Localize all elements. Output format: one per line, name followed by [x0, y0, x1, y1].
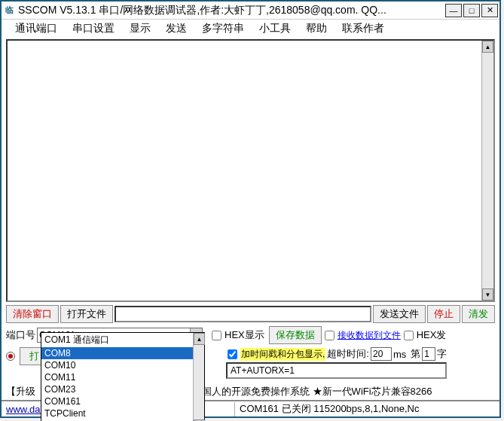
- titlebar: 临 SSCOM V5.13.1 串口/网络数据调试器,作者:大虾丁丁,26180…: [2, 2, 499, 20]
- timeout-input[interactable]: [371, 347, 392, 361]
- app-icon: 临: [3, 5, 15, 17]
- ms-label: ms: [393, 349, 406, 360]
- menu-contact[interactable]: 联系作者: [334, 20, 392, 37]
- banner-text: 中国人的开源免费操作系统 ★新一代WiFi芯片兼容8266: [192, 385, 432, 398]
- port-option-com1[interactable]: COM1 通信端口: [41, 333, 204, 347]
- send-file-button[interactable]: 发送文件: [373, 305, 426, 323]
- status-port: COM161 已关闭 115200bps,8,1,None,Nc: [235, 401, 499, 417]
- port-option-tcpclient[interactable]: TCPClient: [41, 407, 204, 419]
- timestamp-label: 加时间戳和分包显示,: [240, 348, 325, 361]
- receive-textarea[interactable]: ▲ ▼: [6, 39, 495, 302]
- send-textarea[interactable]: AT+AUTORX=1: [226, 362, 447, 379]
- dropdown-scroll-up-icon[interactable]: ▲: [194, 333, 205, 345]
- menu-send[interactable]: 发送: [158, 20, 194, 37]
- timeout-label: 超时时间:: [327, 347, 369, 361]
- port-option-com23[interactable]: COM23: [41, 383, 204, 395]
- menu-help[interactable]: 帮助: [298, 20, 334, 37]
- port-dropdown-list[interactable]: COM1 通信端口 COM8 COM10 COM11 COM23 COM161 …: [41, 332, 205, 421]
- port-option-com8[interactable]: COM8: [41, 347, 204, 359]
- close-button[interactable]: ✕: [481, 4, 498, 17]
- scroll-down-icon[interactable]: ▼: [482, 288, 493, 300]
- menu-comm[interactable]: 通讯端口: [8, 20, 65, 37]
- clear-send-button[interactable]: 清发: [462, 305, 495, 323]
- hex-show-label: HEX显示: [225, 328, 264, 342]
- menu-display[interactable]: 显示: [122, 20, 158, 37]
- page-label: 第: [411, 347, 420, 361]
- maximize-button[interactable]: □: [463, 4, 480, 17]
- menu-serial[interactable]: 串口设置: [65, 20, 122, 37]
- hex-show-checkbox[interactable]: [212, 331, 221, 340]
- clear-window-button[interactable]: 清除窗口: [6, 305, 59, 323]
- port-option-com11[interactable]: COM11: [41, 371, 204, 383]
- open-file-button[interactable]: 打开文件: [60, 305, 113, 323]
- dropdown-scrollbar[interactable]: ▲ ▼: [193, 333, 204, 421]
- scroll-up-icon[interactable]: ▲: [482, 41, 493, 53]
- port-option-com161[interactable]: COM161: [41, 395, 204, 407]
- hex-send-label: HEX发: [417, 328, 447, 342]
- receive-scrollbar[interactable]: ▲ ▼: [481, 41, 493, 300]
- window-title: SSCOM V5.13.1 串口/网络数据调试器,作者:大虾丁丁,2618058…: [18, 4, 445, 17]
- file-path-input[interactable]: [115, 306, 371, 322]
- hex-send-checkbox[interactable]: [404, 331, 414, 340]
- menubar: 通讯端口 串口设置 显示 发送 多字符串 小工具 帮助 联系作者: [2, 20, 499, 38]
- timestamp-checkbox[interactable]: [228, 349, 237, 359]
- page-input[interactable]: [422, 347, 435, 361]
- menu-tools[interactable]: 小工具: [252, 20, 298, 37]
- recv-to-file-checkbox[interactable]: [325, 331, 334, 340]
- stop-button[interactable]: 停止: [427, 305, 460, 323]
- port-option-com10[interactable]: COM10: [41, 359, 204, 371]
- menu-multistr[interactable]: 多字符串: [194, 20, 252, 37]
- recv-to-file-link[interactable]: 接收数据到文件: [338, 329, 401, 342]
- record-radio[interactable]: [6, 352, 15, 361]
- bytes-label: 字: [437, 347, 447, 361]
- minimize-button[interactable]: —: [445, 4, 462, 17]
- save-data-button[interactable]: 保存数据: [269, 326, 322, 344]
- port-label: 端口号: [6, 328, 35, 342]
